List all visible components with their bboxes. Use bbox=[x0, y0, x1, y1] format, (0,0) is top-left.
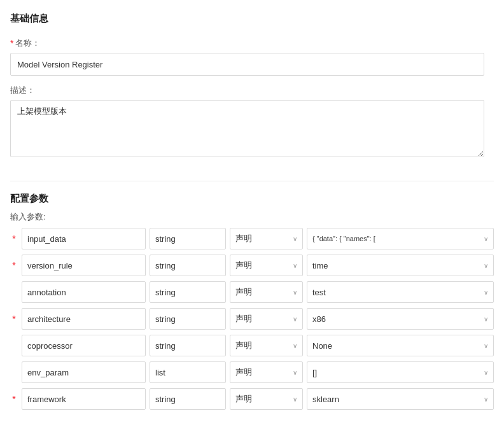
param-mode-select[interactable]: 声明∨ bbox=[230, 228, 303, 249]
table-row: *声明∨x86∨ bbox=[10, 308, 494, 330]
param-name-input[interactable] bbox=[22, 281, 146, 303]
chevron-down-icon: ∨ bbox=[484, 369, 488, 376]
param-mode-select[interactable]: 声明∨ bbox=[230, 388, 303, 410]
param-value-select[interactable]: []∨ bbox=[307, 361, 494, 383]
params-table: *声明∨{ "data": { "names": [∨*声明∨time∨声明∨t… bbox=[10, 228, 494, 410]
param-type-input[interactable] bbox=[150, 228, 226, 249]
chevron-down-icon: ∨ bbox=[293, 235, 297, 242]
param-value-text: test bbox=[312, 288, 481, 297]
chevron-down-icon: ∨ bbox=[484, 316, 488, 323]
param-value-select[interactable]: time∨ bbox=[307, 255, 494, 276]
basic-info-section: 基础信息 * 名称： 描述： 上架模型版本 bbox=[10, 13, 494, 181]
param-value-text: None bbox=[312, 341, 481, 351]
param-value-select[interactable]: None∨ bbox=[307, 335, 494, 356]
chevron-down-icon: ∨ bbox=[484, 262, 488, 269]
param-value-select[interactable]: { "data": { "names": [∨ bbox=[307, 228, 494, 249]
param-mode-select[interactable]: 声明∨ bbox=[230, 281, 303, 303]
param-mode-select[interactable]: 声明∨ bbox=[230, 255, 303, 276]
desc-textarea[interactable]: 上架模型版本 bbox=[10, 100, 484, 157]
name-field-group: * 名称： bbox=[10, 38, 494, 76]
param-value-text: [] bbox=[312, 368, 481, 377]
param-mode-text: 声明 bbox=[235, 260, 290, 271]
param-type-input[interactable] bbox=[150, 388, 226, 410]
chevron-down-icon: ∨ bbox=[293, 369, 297, 376]
param-value-text: { "data": { "names": [ bbox=[312, 235, 481, 242]
param-value-text: sklearn bbox=[312, 395, 481, 404]
chevron-down-icon: ∨ bbox=[484, 342, 488, 349]
table-row: *声明∨{ "data": { "names": [∨ bbox=[10, 228, 494, 249]
chevron-down-icon: ∨ bbox=[293, 316, 297, 323]
chevron-down-icon: ∨ bbox=[293, 262, 297, 269]
param-type-input[interactable] bbox=[150, 361, 226, 383]
param-value-text: x86 bbox=[312, 314, 481, 324]
param-mode-text: 声明 bbox=[235, 367, 290, 378]
chevron-down-icon: ∨ bbox=[293, 396, 297, 403]
chevron-down-icon: ∨ bbox=[293, 342, 297, 349]
table-row: 声明∨[]∨ bbox=[10, 361, 494, 383]
required-star: * bbox=[10, 260, 18, 270]
param-name-input[interactable] bbox=[22, 308, 146, 330]
name-label-text: 名称： bbox=[15, 38, 40, 49]
chevron-down-icon: ∨ bbox=[484, 235, 488, 242]
param-value-select[interactable]: x86∨ bbox=[307, 308, 494, 330]
param-type-input[interactable] bbox=[150, 335, 226, 356]
param-type-input[interactable] bbox=[150, 281, 226, 303]
name-label: * 名称： bbox=[10, 38, 494, 49]
param-value-text: time bbox=[312, 261, 481, 270]
config-section: 配置参数 输入参数: *声明∨{ "data": { "names": [∨*声… bbox=[10, 193, 494, 410]
name-required-star: * bbox=[10, 38, 13, 48]
param-value-select[interactable]: sklearn∨ bbox=[307, 388, 494, 410]
table-row: *声明∨sklearn∨ bbox=[10, 388, 494, 410]
desc-field-group: 描述： 上架模型版本 bbox=[10, 85, 494, 159]
chevron-down-icon: ∨ bbox=[484, 396, 488, 403]
param-name-input[interactable] bbox=[22, 228, 146, 249]
param-name-input[interactable] bbox=[22, 255, 146, 276]
param-mode-text: 声明 bbox=[235, 286, 290, 298]
required-star: * bbox=[10, 314, 18, 324]
table-row: 声明∨test∨ bbox=[10, 281, 494, 303]
required-star: * bbox=[10, 394, 18, 404]
param-mode-select[interactable]: 声明∨ bbox=[230, 361, 303, 383]
param-type-input[interactable] bbox=[150, 308, 226, 330]
param-mode-select[interactable]: 声明∨ bbox=[230, 308, 303, 330]
param-mode-select[interactable]: 声明∨ bbox=[230, 335, 303, 356]
name-input[interactable] bbox=[10, 53, 484, 76]
chevron-down-icon: ∨ bbox=[484, 289, 488, 296]
desc-label: 描述： bbox=[10, 85, 494, 96]
param-type-input[interactable] bbox=[150, 255, 226, 276]
chevron-down-icon: ∨ bbox=[293, 289, 297, 296]
param-name-input[interactable] bbox=[22, 335, 146, 356]
input-params-label: 输入参数: bbox=[10, 211, 494, 223]
param-mode-text: 声明 bbox=[235, 340, 290, 351]
param-mode-text: 声明 bbox=[235, 233, 290, 244]
param-mode-text: 声明 bbox=[235, 313, 290, 325]
table-row: *声明∨time∨ bbox=[10, 255, 494, 276]
table-row: 声明∨None∨ bbox=[10, 335, 494, 356]
config-title: 配置参数 bbox=[10, 193, 494, 205]
param-value-select[interactable]: test∨ bbox=[307, 281, 494, 303]
param-name-input[interactable] bbox=[22, 361, 146, 383]
basic-info-title: 基础信息 bbox=[10, 13, 494, 29]
param-name-input[interactable] bbox=[22, 388, 146, 410]
param-mode-text: 声明 bbox=[235, 393, 290, 405]
required-star: * bbox=[10, 234, 18, 244]
